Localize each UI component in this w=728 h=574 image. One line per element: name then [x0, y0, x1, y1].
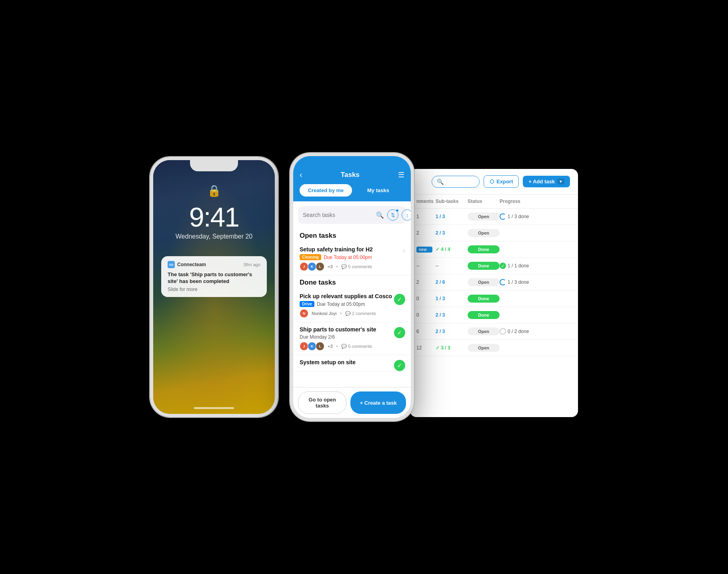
status-badge: Done — [468, 295, 500, 303]
notif-header: co Connecteam 38m ago — [168, 261, 260, 268]
status-badge: Open — [468, 229, 500, 237]
sort-icon[interactable]: ↕ — [402, 209, 411, 221]
task-comments: 💬 5 comments — [341, 344, 372, 349]
col-comments: nments — [416, 199, 432, 204]
task-item-ship[interactable]: Ship parts to customer's site Due Monday… — [293, 322, 411, 355]
search-bar[interactable]: 🔍 ⇅ ↕ ⊕ — [298, 206, 406, 224]
done-check: ✓ — [394, 360, 405, 371]
table-row[interactable]: 0 1 / 3 Done — [410, 291, 578, 307]
open-tasks-section: Open tasks — [293, 229, 411, 242]
lock-date: Wednesday, September 20 — [176, 233, 252, 240]
task-avatars: N Nonkosi Joyi • 💬 2 comments — [300, 309, 404, 318]
subtask-count: 1 / 3 — [436, 214, 468, 219]
progress-circle-icon — [500, 213, 506, 220]
subtask-count: ✓ 4 / 4 — [436, 247, 468, 252]
desktop-search[interactable]: 🔍 — [432, 176, 480, 188]
scene: 🔒 9:41 Wednesday, September 20 co Connec… — [150, 153, 578, 421]
lock-time: 9:41 — [189, 203, 239, 231]
desktop-panel: 🔍 ⬡ Export + Add task ▼ nments Sub-tasks… — [410, 169, 578, 417]
tasks-header: ‹ Tasks ☰ — [293, 156, 411, 184]
done-check: ✓ — [394, 327, 405, 338]
export-icon: ⬡ — [490, 179, 494, 185]
tab-my-tasks[interactable]: My tasks — [352, 184, 404, 197]
back-button[interactable]: ‹ — [300, 170, 302, 179]
progress-text: 0 / 2 done — [500, 328, 532, 335]
task-due: Due Today at 05:00pm — [317, 301, 365, 307]
done-tasks-section: Done tasks — [293, 275, 411, 289]
lock-content: 🔒 9:41 Wednesday, September 20 co Connec… — [153, 160, 275, 297]
avatar-1: J — [300, 262, 308, 271]
task-title: System setup on site — [300, 359, 404, 365]
search-icon[interactable]: 🔍 — [376, 211, 384, 219]
avatar-count: +3 — [328, 344, 333, 349]
status-badge: Done — [468, 262, 500, 270]
filter-dot — [396, 209, 399, 212]
filter-icon[interactable]: ⇅ — [387, 209, 398, 221]
task-avatars: J K L +3 • 💬 5 comments — [300, 342, 404, 351]
task-title: Setup safety training for H2 — [300, 246, 404, 253]
avatar-2: K — [308, 262, 316, 271]
search-input[interactable] — [303, 212, 373, 218]
avatar-1: N — [300, 309, 308, 318]
comment-count: -- — [416, 263, 432, 269]
notif-app: co Connecteam — [168, 261, 206, 268]
table-row[interactable]: 6 2 / 3 Open 0 / 2 done — [410, 323, 578, 340]
col-subtasks: Sub-tasks — [436, 199, 468, 204]
tasks-body: 🔍 ⇅ ↕ ⊕ Open tasks Setup safety trainin — [293, 201, 411, 387]
progress-text: 1 / 3 done — [500, 279, 532, 285]
comment-count: 2 — [416, 279, 432, 285]
avatar-count: +3 — [328, 264, 333, 269]
comment-count: 6 — [416, 329, 432, 334]
status-badge: Open — [468, 344, 500, 352]
new-badge: new — [416, 247, 432, 253]
status-badge: Open — [468, 213, 500, 221]
comment-count: 0 — [416, 312, 432, 318]
comment-count: 1 — [416, 214, 432, 219]
task-title: Ship parts to customer's site — [300, 326, 404, 333]
home-indicator — [194, 407, 234, 409]
table-row[interactable]: new ✓ 4 / 4 Done — [410, 241, 578, 258]
avatar-2: K — [308, 342, 316, 351]
table-row[interactable]: 1 1 / 3 Open 1 / 3 done — [410, 209, 578, 225]
notif-time: 38m ago — [243, 262, 260, 267]
goto-open-tasks-button[interactable]: Go to open tasks — [298, 391, 346, 414]
col-status: Status — [468, 199, 500, 204]
table-row[interactable]: 0 2 / 3 Done — [410, 307, 578, 323]
task-item-cosco[interactable]: Pick up relevant supplies at Cosco Drive… — [293, 289, 411, 322]
avatar-3: L — [316, 262, 324, 271]
table-row[interactable]: 2 2 / 3 Open — [410, 225, 578, 241]
task-avatars: J K L +3 • 💬 5 comments — [300, 262, 404, 271]
comment-count: 12 — [416, 345, 432, 351]
status-badge: Done — [468, 245, 500, 253]
table-row[interactable]: 12 ✓ 3 / 3 Open — [410, 340, 578, 356]
task-due: Due Today at 05:00pm — [324, 255, 372, 260]
table-row[interactable]: -- -- Done ✓ 1 / 1 done — [410, 258, 578, 274]
create-task-button[interactable]: + Create a task — [350, 391, 406, 414]
empty-circle-icon — [500, 328, 506, 335]
subtask-count: 2 / 3 — [436, 230, 468, 236]
avatar-1: J — [300, 342, 308, 351]
task-comments: 💬 5 comments — [341, 264, 372, 269]
menu-icon[interactable]: ☰ — [398, 171, 404, 179]
add-task-button[interactable]: + Add task ▼ — [523, 176, 570, 187]
task-due: Due Monday 2/6 — [300, 334, 404, 340]
assignee-name: Nonkosi Joyi — [312, 311, 336, 316]
task-item-system[interactable]: System setup on site ✓ — [293, 355, 411, 371]
tasks-tabs: Created by me My tasks — [293, 184, 411, 201]
tag-drive: Drive — [300, 301, 314, 307]
table-header: nments Sub-tasks Status Progress — [410, 195, 578, 209]
progress-circle-icon — [500, 279, 506, 285]
task-tags: Cleaning Due Today at 05:00pm — [300, 254, 404, 260]
subtask-count: ✓ 3 / 3 — [436, 345, 468, 351]
task-arrow: › — [403, 247, 405, 254]
task-item-safety[interactable]: Setup safety training for H2 Cleaning Du… — [293, 242, 411, 275]
lock-icon: 🔒 — [207, 184, 221, 197]
task-title: Pick up relevant supplies at Cosco — [300, 293, 404, 299]
col-progress: Progress — [500, 199, 532, 204]
status-badge: Done — [468, 311, 500, 319]
table-row[interactable]: 2 2 / 6 Open 1 / 3 done — [410, 274, 578, 291]
check-icon: ✓ — [500, 263, 506, 269]
col-spacer — [432, 199, 436, 204]
tab-created-by-me[interactable]: Created by me — [300, 184, 352, 197]
export-button[interactable]: ⬡ Export — [484, 175, 519, 188]
